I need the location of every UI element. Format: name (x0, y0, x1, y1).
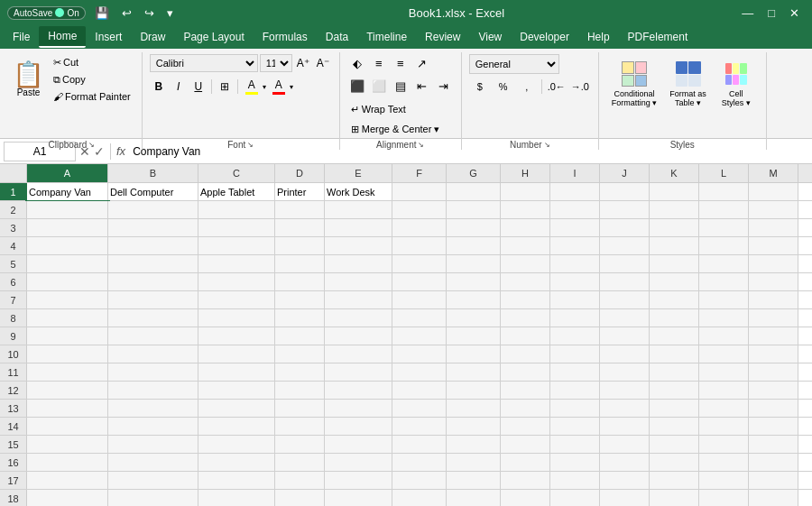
cell-l17[interactable] (699, 472, 749, 489)
menu-home[interactable]: Home (39, 26, 86, 48)
comma-button[interactable]: , (516, 78, 538, 96)
cell-c12[interactable] (198, 382, 275, 399)
wrap-text-button[interactable]: ↵ Wrap Text (347, 100, 444, 118)
decrease-indent-button[interactable]: ⇤ (412, 77, 432, 95)
cell-m18[interactable] (749, 490, 798, 506)
cell-m2[interactable] (749, 201, 798, 218)
row-num-11[interactable]: 11 (0, 363, 27, 381)
cell-g11[interactable] (447, 363, 501, 381)
cell-k7[interactable] (650, 291, 699, 308)
col-header-k[interactable]: K (650, 164, 699, 182)
cell-c18[interactable] (198, 490, 275, 506)
cell-l12[interactable] (699, 382, 749, 399)
cell-d16[interactable] (275, 454, 325, 471)
cell-m1[interactable] (749, 183, 798, 200)
row-num-1[interactable]: 1 (0, 183, 27, 200)
cell-c14[interactable] (198, 418, 275, 435)
cell-j4[interactable] (600, 237, 650, 254)
maximize-button[interactable]: □ (762, 5, 780, 22)
increase-font-button[interactable]: A⁺ (294, 54, 312, 72)
cell-g4[interactable] (447, 237, 501, 254)
cell-d6[interactable] (275, 273, 325, 290)
cell-c13[interactable] (198, 400, 275, 417)
cell-k2[interactable] (650, 201, 699, 218)
row-num-2[interactable]: 2 (0, 201, 27, 218)
row-num-4[interactable]: 4 (0, 237, 27, 254)
row-num-14[interactable]: 14 (0, 418, 27, 435)
cell-g1[interactable] (447, 183, 501, 200)
cell-f2[interactable] (392, 201, 447, 218)
cell-d12[interactable] (275, 382, 325, 399)
cell-j5[interactable] (600, 255, 650, 272)
cell-e9[interactable] (325, 327, 392, 345)
menu-data[interactable]: Data (317, 26, 357, 48)
cell-h1[interactable] (501, 183, 550, 200)
cell-l14[interactable] (699, 418, 749, 435)
cell-m12[interactable] (749, 382, 798, 399)
decrease-decimal-button[interactable]: .0← (546, 78, 567, 96)
cell-d18[interactable] (275, 490, 325, 506)
cell-l16[interactable] (699, 454, 749, 471)
cell-g6[interactable] (447, 273, 501, 290)
cell-d2[interactable] (275, 201, 325, 218)
col-header-a[interactable]: A (27, 164, 108, 182)
cell-h11[interactable] (501, 363, 550, 381)
merge-center-arrow[interactable]: ▾ (434, 124, 439, 135)
autosave-toggle[interactable]: AutoSave On (7, 6, 86, 20)
cell-l11[interactable] (699, 363, 749, 381)
number-expand-icon[interactable]: ↘ (544, 141, 550, 149)
col-header-m[interactable]: M (749, 164, 798, 182)
cell-a4[interactable] (27, 237, 108, 254)
cell-e3[interactable] (325, 219, 392, 236)
cell-j2[interactable] (600, 201, 650, 218)
bold-button[interactable]: B (150, 78, 168, 96)
font-size-select[interactable]: 11 (260, 54, 292, 72)
cell-e12[interactable] (325, 382, 392, 399)
cell-f17[interactable] (392, 472, 447, 489)
align-top-center-button[interactable]: ≡ (369, 54, 389, 72)
cell-a1[interactable]: Company Van (27, 183, 108, 200)
cell-i10[interactable] (550, 345, 600, 363)
cell-m3[interactable] (749, 219, 798, 236)
cell-i6[interactable] (550, 273, 600, 290)
cell-j1[interactable] (600, 183, 650, 200)
cell-f9[interactable] (392, 327, 447, 345)
increase-decimal-button[interactable]: →.0 (569, 78, 591, 96)
cell-f1[interactable] (392, 183, 447, 200)
align-right-button[interactable]: ▤ (391, 77, 411, 95)
minimize-button[interactable]: — (736, 5, 759, 22)
col-header-d[interactable]: D (275, 164, 325, 182)
cell-a3[interactable] (27, 219, 108, 236)
cell-k13[interactable] (650, 400, 699, 417)
cell-i5[interactable] (550, 255, 600, 272)
cell-j18[interactable] (600, 490, 650, 506)
cell-j14[interactable] (600, 418, 650, 435)
cell-g8[interactable] (447, 309, 501, 327)
cell-b4[interactable] (108, 237, 198, 254)
menu-developer[interactable]: Developer (511, 26, 578, 48)
cell-g16[interactable] (447, 454, 501, 471)
cell-f14[interactable] (392, 418, 447, 435)
cell-i12[interactable] (550, 382, 600, 399)
border-button[interactable]: ⊞ (216, 78, 234, 96)
cell-j8[interactable] (600, 309, 650, 327)
copy-button[interactable]: ⧉ Copy (50, 71, 134, 87)
cell-k8[interactable] (650, 309, 699, 327)
cell-b2[interactable] (108, 201, 198, 218)
save-icon[interactable]: 💾 (91, 5, 113, 22)
cell-j7[interactable] (600, 291, 650, 308)
cell-k1[interactable] (650, 183, 699, 200)
align-top-left-button[interactable]: ⬖ (347, 54, 367, 72)
cell-j17[interactable] (600, 472, 650, 489)
cell-a5[interactable] (27, 255, 108, 272)
cell-i17[interactable] (550, 472, 600, 489)
cell-e17[interactable] (325, 472, 392, 489)
cell-b12[interactable] (108, 382, 198, 399)
cell-c9[interactable] (198, 327, 275, 345)
cell-m9[interactable] (749, 327, 798, 345)
col-header-l[interactable]: L (699, 164, 749, 182)
cell-g3[interactable] (447, 219, 501, 236)
clipboard-expand-icon[interactable]: ↘ (88, 141, 95, 149)
cell-b14[interactable] (108, 418, 198, 435)
cell-g17[interactable] (447, 472, 501, 489)
